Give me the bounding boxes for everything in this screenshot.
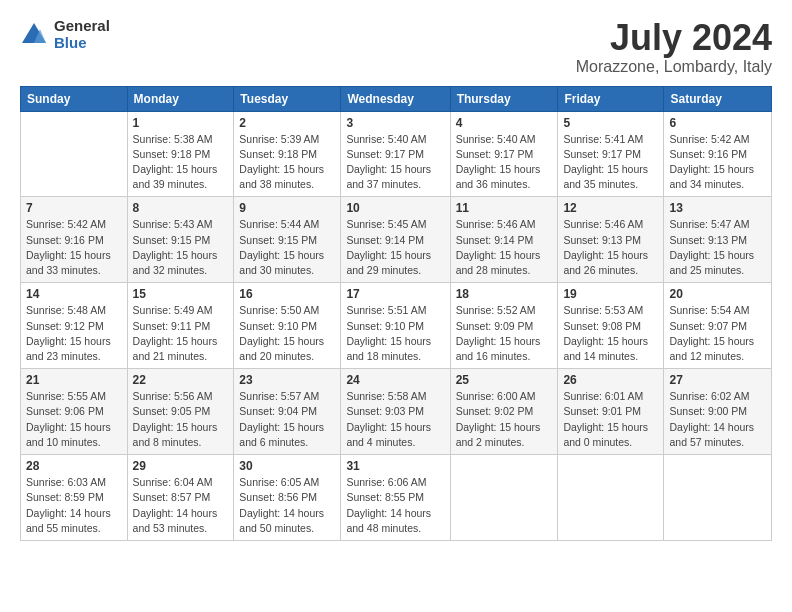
day-number: 1 xyxy=(133,116,229,130)
calendar-table: Sunday Monday Tuesday Wednesday Thursday… xyxy=(20,86,772,541)
day-info: Sunrise: 6:01 AMSunset: 9:01 PMDaylight:… xyxy=(563,389,658,450)
calendar-cell: 25Sunrise: 6:00 AMSunset: 9:02 PMDayligh… xyxy=(450,369,558,455)
day-info: Sunrise: 5:47 AMSunset: 9:13 PMDaylight:… xyxy=(669,217,766,278)
page: General Blue July 2024 Morazzone, Lombar… xyxy=(0,0,792,612)
day-number: 30 xyxy=(239,459,335,473)
calendar-title: July 2024 xyxy=(576,18,772,58)
calendar-cell: 18Sunrise: 5:52 AMSunset: 9:09 PMDayligh… xyxy=(450,283,558,369)
day-number: 2 xyxy=(239,116,335,130)
calendar-cell: 14Sunrise: 5:48 AMSunset: 9:12 PMDayligh… xyxy=(21,283,128,369)
calendar-cell: 17Sunrise: 5:51 AMSunset: 9:10 PMDayligh… xyxy=(341,283,450,369)
calendar-cell: 1Sunrise: 5:38 AMSunset: 9:18 PMDaylight… xyxy=(127,111,234,197)
day-info: Sunrise: 5:46 AMSunset: 9:13 PMDaylight:… xyxy=(563,217,658,278)
calendar-cell: 3Sunrise: 5:40 AMSunset: 9:17 PMDaylight… xyxy=(341,111,450,197)
header: General Blue July 2024 Morazzone, Lombar… xyxy=(20,18,772,76)
calendar-cell: 9Sunrise: 5:44 AMSunset: 9:15 PMDaylight… xyxy=(234,197,341,283)
week-row-3: 14Sunrise: 5:48 AMSunset: 9:12 PMDayligh… xyxy=(21,283,772,369)
day-info: Sunrise: 6:05 AMSunset: 8:56 PMDaylight:… xyxy=(239,475,335,536)
calendar-cell: 23Sunrise: 5:57 AMSunset: 9:04 PMDayligh… xyxy=(234,369,341,455)
logo: General Blue xyxy=(20,18,110,51)
day-number: 17 xyxy=(346,287,444,301)
day-info: Sunrise: 5:42 AMSunset: 9:16 PMDaylight:… xyxy=(669,132,766,193)
day-number: 23 xyxy=(239,373,335,387)
header-row: Sunday Monday Tuesday Wednesday Thursday… xyxy=(21,86,772,111)
calendar-cell xyxy=(450,455,558,541)
calendar-cell: 30Sunrise: 6:05 AMSunset: 8:56 PMDayligh… xyxy=(234,455,341,541)
col-saturday: Saturday xyxy=(664,86,772,111)
day-number: 16 xyxy=(239,287,335,301)
calendar-cell: 4Sunrise: 5:40 AMSunset: 9:17 PMDaylight… xyxy=(450,111,558,197)
day-number: 10 xyxy=(346,201,444,215)
col-sunday: Sunday xyxy=(21,86,128,111)
week-row-5: 28Sunrise: 6:03 AMSunset: 8:59 PMDayligh… xyxy=(21,455,772,541)
day-info: Sunrise: 5:38 AMSunset: 9:18 PMDaylight:… xyxy=(133,132,229,193)
day-info: Sunrise: 5:40 AMSunset: 9:17 PMDaylight:… xyxy=(346,132,444,193)
calendar-cell: 5Sunrise: 5:41 AMSunset: 9:17 PMDaylight… xyxy=(558,111,664,197)
day-number: 9 xyxy=(239,201,335,215)
day-info: Sunrise: 5:46 AMSunset: 9:14 PMDaylight:… xyxy=(456,217,553,278)
day-info: Sunrise: 5:50 AMSunset: 9:10 PMDaylight:… xyxy=(239,303,335,364)
day-info: Sunrise: 6:04 AMSunset: 8:57 PMDaylight:… xyxy=(133,475,229,536)
calendar-body: 1Sunrise: 5:38 AMSunset: 9:18 PMDaylight… xyxy=(21,111,772,540)
calendar-cell: 19Sunrise: 5:53 AMSunset: 9:08 PMDayligh… xyxy=(558,283,664,369)
day-number: 13 xyxy=(669,201,766,215)
day-info: Sunrise: 5:57 AMSunset: 9:04 PMDaylight:… xyxy=(239,389,335,450)
day-number: 3 xyxy=(346,116,444,130)
calendar-cell xyxy=(558,455,664,541)
calendar-cell: 31Sunrise: 6:06 AMSunset: 8:55 PMDayligh… xyxy=(341,455,450,541)
calendar-cell: 7Sunrise: 5:42 AMSunset: 9:16 PMDaylight… xyxy=(21,197,128,283)
day-info: Sunrise: 5:42 AMSunset: 9:16 PMDaylight:… xyxy=(26,217,122,278)
calendar-cell xyxy=(664,455,772,541)
day-info: Sunrise: 6:06 AMSunset: 8:55 PMDaylight:… xyxy=(346,475,444,536)
calendar-cell: 16Sunrise: 5:50 AMSunset: 9:10 PMDayligh… xyxy=(234,283,341,369)
day-info: Sunrise: 5:55 AMSunset: 9:06 PMDaylight:… xyxy=(26,389,122,450)
day-number: 31 xyxy=(346,459,444,473)
col-thursday: Thursday xyxy=(450,86,558,111)
calendar-subtitle: Morazzone, Lombardy, Italy xyxy=(576,58,772,76)
day-number: 6 xyxy=(669,116,766,130)
calendar-cell: 20Sunrise: 5:54 AMSunset: 9:07 PMDayligh… xyxy=(664,283,772,369)
logo-icon xyxy=(20,21,48,49)
day-number: 19 xyxy=(563,287,658,301)
calendar-cell: 24Sunrise: 5:58 AMSunset: 9:03 PMDayligh… xyxy=(341,369,450,455)
day-number: 22 xyxy=(133,373,229,387)
day-number: 7 xyxy=(26,201,122,215)
day-info: Sunrise: 5:51 AMSunset: 9:10 PMDaylight:… xyxy=(346,303,444,364)
day-number: 21 xyxy=(26,373,122,387)
calendar-cell: 10Sunrise: 5:45 AMSunset: 9:14 PMDayligh… xyxy=(341,197,450,283)
day-info: Sunrise: 5:40 AMSunset: 9:17 PMDaylight:… xyxy=(456,132,553,193)
day-number: 25 xyxy=(456,373,553,387)
day-info: Sunrise: 5:41 AMSunset: 9:17 PMDaylight:… xyxy=(563,132,658,193)
day-info: Sunrise: 6:03 AMSunset: 8:59 PMDaylight:… xyxy=(26,475,122,536)
day-info: Sunrise: 5:49 AMSunset: 9:11 PMDaylight:… xyxy=(133,303,229,364)
day-info: Sunrise: 5:58 AMSunset: 9:03 PMDaylight:… xyxy=(346,389,444,450)
day-number: 24 xyxy=(346,373,444,387)
week-row-1: 1Sunrise: 5:38 AMSunset: 9:18 PMDaylight… xyxy=(21,111,772,197)
day-info: Sunrise: 5:52 AMSunset: 9:09 PMDaylight:… xyxy=(456,303,553,364)
calendar-cell: 21Sunrise: 5:55 AMSunset: 9:06 PMDayligh… xyxy=(21,369,128,455)
calendar-cell: 13Sunrise: 5:47 AMSunset: 9:13 PMDayligh… xyxy=(664,197,772,283)
day-info: Sunrise: 5:56 AMSunset: 9:05 PMDaylight:… xyxy=(133,389,229,450)
day-number: 26 xyxy=(563,373,658,387)
day-number: 15 xyxy=(133,287,229,301)
day-info: Sunrise: 5:44 AMSunset: 9:15 PMDaylight:… xyxy=(239,217,335,278)
week-row-2: 7Sunrise: 5:42 AMSunset: 9:16 PMDaylight… xyxy=(21,197,772,283)
logo-text: General Blue xyxy=(54,18,110,51)
calendar-cell: 27Sunrise: 6:02 AMSunset: 9:00 PMDayligh… xyxy=(664,369,772,455)
calendar-cell: 11Sunrise: 5:46 AMSunset: 9:14 PMDayligh… xyxy=(450,197,558,283)
day-number: 11 xyxy=(456,201,553,215)
col-wednesday: Wednesday xyxy=(341,86,450,111)
day-info: Sunrise: 5:45 AMSunset: 9:14 PMDaylight:… xyxy=(346,217,444,278)
day-info: Sunrise: 6:02 AMSunset: 9:00 PMDaylight:… xyxy=(669,389,766,450)
day-info: Sunrise: 5:39 AMSunset: 9:18 PMDaylight:… xyxy=(239,132,335,193)
calendar-cell xyxy=(21,111,128,197)
calendar-cell: 28Sunrise: 6:03 AMSunset: 8:59 PMDayligh… xyxy=(21,455,128,541)
calendar-cell: 26Sunrise: 6:01 AMSunset: 9:01 PMDayligh… xyxy=(558,369,664,455)
calendar-cell: 22Sunrise: 5:56 AMSunset: 9:05 PMDayligh… xyxy=(127,369,234,455)
day-number: 14 xyxy=(26,287,122,301)
day-number: 20 xyxy=(669,287,766,301)
day-info: Sunrise: 5:53 AMSunset: 9:08 PMDaylight:… xyxy=(563,303,658,364)
calendar-cell: 2Sunrise: 5:39 AMSunset: 9:18 PMDaylight… xyxy=(234,111,341,197)
col-tuesday: Tuesday xyxy=(234,86,341,111)
day-number: 8 xyxy=(133,201,229,215)
